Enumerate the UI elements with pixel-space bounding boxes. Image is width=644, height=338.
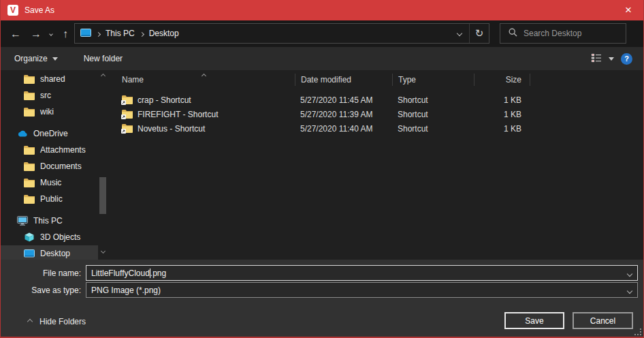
folder-shortcut-icon xyxy=(122,95,133,104)
file-name: Novetus - Shortcut xyxy=(138,124,205,134)
sidebar-item-label: This PC xyxy=(33,216,63,226)
column-header-end-divider xyxy=(530,74,530,86)
sidebar-item-label: OneDrive xyxy=(33,129,68,138)
save-as-type-value: PNG Image (*.png) xyxy=(91,286,161,295)
breadcrumb-separator-icon xyxy=(140,29,144,38)
sidebar-scrollbar[interactable] xyxy=(98,71,108,260)
content-area: shared src wiki xyxy=(1,70,643,260)
file-type: Shortcut xyxy=(392,110,474,119)
sidebar-item-this-pc[interactable]: This PC xyxy=(1,213,98,229)
file-rows: crap - Shortcut 5/27/2020 11:45 AM Short… xyxy=(110,93,643,136)
new-folder-label: New folder xyxy=(84,54,123,63)
sidebar-item-public[interactable]: Public xyxy=(1,191,98,207)
column-header-date-modified[interactable]: Date modified xyxy=(295,74,392,86)
file-name-input[interactable]: LittleFluffyCloud.png xyxy=(86,265,638,281)
chevron-down-icon[interactable] xyxy=(628,268,632,278)
folder-shortcut-icon xyxy=(122,110,133,119)
desktop-icon xyxy=(24,249,35,258)
shortcut-arrow-icon xyxy=(121,129,126,134)
file-size: 1 KB xyxy=(474,95,530,105)
column-header-type[interactable]: Type xyxy=(392,74,474,86)
sidebar-item-wiki[interactable]: wiki xyxy=(1,104,98,120)
file-row-crap-shortcut[interactable]: crap - Shortcut 5/27/2020 11:45 AM Short… xyxy=(110,93,643,107)
search-input[interactable] xyxy=(524,29,605,38)
file-row-firefight-shortcut[interactable]: FIREFIGHT - Shortcut 5/27/2020 11:39 AM … xyxy=(110,107,643,121)
scroll-up-icon[interactable] xyxy=(98,71,108,80)
refresh-icon[interactable]: ↻ xyxy=(470,24,489,43)
sidebar-item-label: Public xyxy=(40,194,63,204)
sidebar-item-music[interactable]: Music xyxy=(1,174,98,191)
chevron-down-icon[interactable] xyxy=(628,286,632,295)
sidebar-item-attachments[interactable]: Attachments xyxy=(1,142,98,158)
sidebar-item-desktop[interactable]: Desktop xyxy=(1,245,98,260)
save-button[interactable]: Save xyxy=(504,312,564,329)
view-dropdown-triangle-icon[interactable] xyxy=(609,57,614,61)
sort-ascending-icon xyxy=(202,70,206,80)
folder-icon xyxy=(24,91,35,100)
file-name-text-before-caret: LittleFluffyCloud xyxy=(91,268,150,278)
close-icon[interactable]: × xyxy=(613,0,644,20)
scrollbar-thumb[interactable] xyxy=(99,177,106,214)
file-name: FIREFIGHT - Shortcut xyxy=(138,110,218,119)
sidebar-group-gap xyxy=(1,120,98,125)
window-title: Save As xyxy=(25,5,54,15)
sidebar-item-documents[interactable]: Documents xyxy=(1,158,98,174)
chevron-up-icon xyxy=(27,319,33,324)
sidebar-item-src[interactable]: src xyxy=(1,87,98,104)
organize-button[interactable]: Organize xyxy=(7,47,65,70)
column-header-size[interactable]: Size xyxy=(474,74,530,86)
save-as-dialog: V Save As × ← → ↑ This PC Desktop ↻ xyxy=(0,0,644,338)
file-date-modified: 5/27/2020 11:40 AM xyxy=(295,124,392,134)
desktop-location-icon xyxy=(80,29,91,38)
scroll-down-icon[interactable] xyxy=(98,246,108,256)
save-as-type-select[interactable]: PNG Image (*.png) xyxy=(86,282,638,298)
folder-tree-sidebar: shared src wiki xyxy=(1,70,110,260)
new-folder-button[interactable]: New folder xyxy=(77,47,129,70)
breadcrumb-desktop[interactable]: Desktop xyxy=(149,29,179,38)
folder-icon xyxy=(24,108,35,117)
folder-icon xyxy=(24,75,35,84)
sidebar-items: shared src wiki xyxy=(1,71,98,260)
sidebar-item-label: Attachments xyxy=(40,145,86,155)
folder-shortcut-icon xyxy=(122,124,133,133)
sidebar-item-onedrive[interactable]: OneDrive xyxy=(1,125,98,142)
file-list: Name Date modified Type Size cra xyxy=(110,70,643,260)
forward-button[interactable]: → xyxy=(27,20,46,47)
address-bar[interactable]: This PC Desktop ↻ xyxy=(74,23,489,44)
shortcut-arrow-icon xyxy=(121,114,126,119)
search-box[interactable] xyxy=(500,23,626,44)
change-view-icon[interactable] xyxy=(591,53,602,65)
sidebar-group-gap xyxy=(1,207,98,213)
recent-locations-chevron-icon[interactable] xyxy=(46,20,57,47)
previous-locations-chevron-icon[interactable] xyxy=(450,24,469,43)
hide-folders-button[interactable]: Hide Folders xyxy=(28,317,86,326)
sidebar-item-label: 3D Objects xyxy=(40,232,80,242)
navigation-bar: ← → ↑ This PC Desktop ↻ xyxy=(1,20,643,47)
dropdown-triangle-icon xyxy=(52,57,58,61)
file-type: Shortcut xyxy=(392,95,474,105)
file-row-novetus-shortcut[interactable]: Novetus - Shortcut 5/27/2020 11:40 AM Sh… xyxy=(110,121,643,136)
sidebar-item-shared[interactable]: shared xyxy=(1,71,98,87)
file-name: crap - Shortcut xyxy=(138,95,191,105)
sidebar-item-3d-objects[interactable]: 3D Objects xyxy=(1,229,98,245)
search-icon xyxy=(509,28,517,39)
file-name-label: File name: xyxy=(1,268,86,278)
sidebar-item-label: Documents xyxy=(40,162,82,171)
sidebar-item-label: shared xyxy=(40,74,65,84)
resize-grip[interactable] xyxy=(635,329,641,335)
file-size: 1 KB xyxy=(474,110,530,119)
folder-icon xyxy=(24,195,35,204)
breadcrumb-this-pc[interactable]: This PC xyxy=(106,29,135,38)
hide-folders-label: Hide Folders xyxy=(39,317,86,326)
back-button[interactable]: ← xyxy=(6,20,25,47)
3d-cube-icon xyxy=(24,232,35,242)
help-icon[interactable]: ? xyxy=(621,53,632,65)
folder-icon xyxy=(24,146,35,155)
up-button[interactable]: ↑ xyxy=(57,20,74,47)
cancel-button[interactable]: Cancel xyxy=(573,312,633,329)
organize-label: Organize xyxy=(14,54,48,63)
file-type: Shortcut xyxy=(392,124,474,134)
sidebar-item-label: wiki xyxy=(40,107,54,117)
titlebar: V Save As × xyxy=(0,0,644,20)
file-size: 1 KB xyxy=(474,124,530,134)
